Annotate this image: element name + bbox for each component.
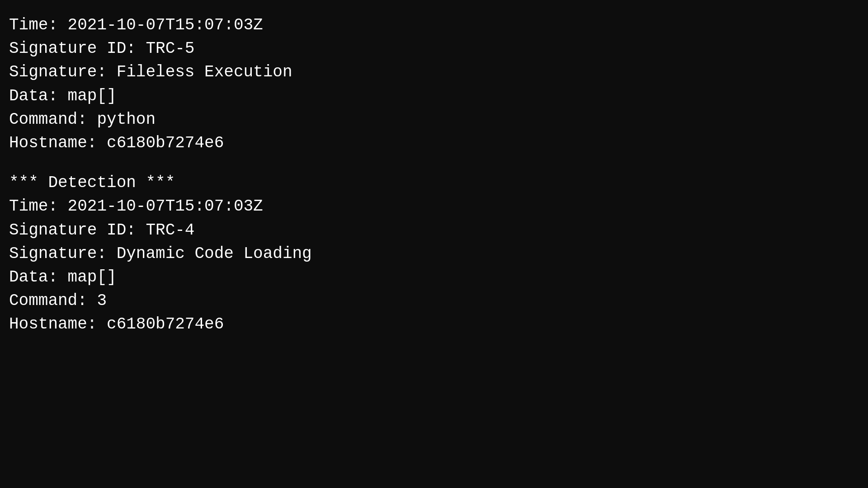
- block1-time: Time: 2021-10-07T15:07:03Z: [9, 14, 859, 37]
- block2-hostname: Hostname: c6180b7274e6: [9, 313, 859, 336]
- block2-signature: Signature: Dynamic Code Loading: [9, 242, 859, 266]
- block2-time: Time: 2021-10-07T15:07:03Z: [9, 195, 859, 218]
- block1-data: Data: map[]: [9, 84, 859, 108]
- block2-data: Data: map[]: [9, 266, 859, 289]
- block1-signature-id: Signature ID: TRC-5: [9, 37, 859, 61]
- spacer1: [9, 155, 859, 171]
- block1-command: Command: python: [9, 108, 859, 131]
- block2-header: *** Detection ***: [9, 171, 859, 195]
- block1-signature: Signature: Fileless Execution: [9, 61, 859, 84]
- block2-command: Command: 3: [9, 289, 859, 313]
- block2-signature-id: Signature ID: TRC-4: [9, 219, 859, 242]
- block1-hostname: Hostname: c6180b7274e6: [9, 131, 859, 155]
- terminal-output: Time: 2021-10-07T15:07:03Z Signature ID:…: [0, 0, 868, 488]
